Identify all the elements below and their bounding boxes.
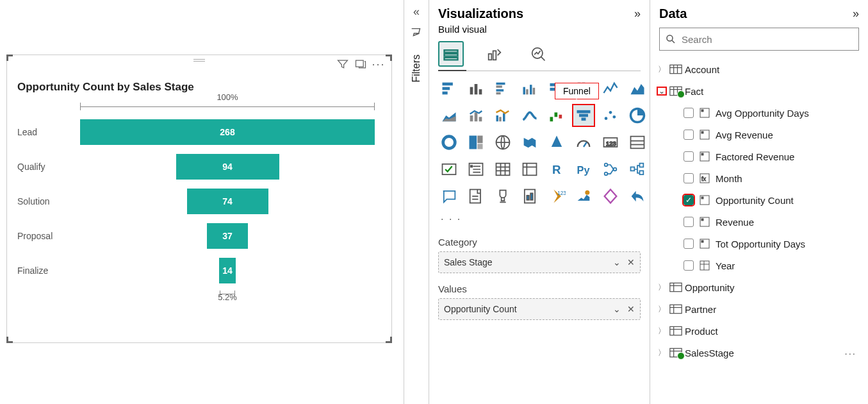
goals-icon[interactable] (492, 185, 514, 207)
svg-rect-71 (631, 167, 635, 171)
checkbox[interactable] (684, 260, 694, 271)
r-visual-icon[interactable]: R (546, 158, 568, 180)
matrix-icon[interactable] (519, 158, 541, 180)
funnel-visual-frame[interactable]: ··· Opportunity Count by Sales Stage 100… (6, 55, 392, 343)
filled-map-icon[interactable] (519, 131, 541, 153)
bar-3[interactable]: 37 (207, 223, 248, 249)
stacked-area-icon[interactable] (438, 105, 460, 126)
line-chart-icon[interactable] (600, 78, 621, 99)
field-factored-revenue[interactable]: Factored Revenue (657, 146, 862, 167)
svg-rect-77 (525, 190, 535, 203)
field-month[interactable]: fxMonth (657, 167, 862, 189)
format-visual-tab[interactable] (482, 41, 507, 67)
values-chevron-icon[interactable]: ⌄ (613, 304, 621, 314)
svg-rect-34 (503, 114, 505, 122)
line-clustered-column-icon[interactable] (492, 105, 514, 126)
field-year[interactable]: Year (657, 255, 862, 276)
category-well[interactable]: Sales Stage ⌄✕ (438, 251, 641, 273)
expand-filters-icon[interactable]: « (413, 5, 420, 19)
gauge-icon[interactable] (573, 131, 594, 153)
field-revenue[interactable]: Revenue (657, 211, 862, 233)
waterfall-icon[interactable] (546, 105, 568, 126)
kpi-icon[interactable] (438, 158, 460, 180)
resize-handle-tl[interactable] (6, 55, 14, 62)
checkbox[interactable] (684, 173, 694, 183)
stacked-column-icon[interactable] (465, 78, 487, 99)
values-well[interactable]: Opportunity Count ⌄✕ (438, 298, 641, 320)
checkbox[interactable] (684, 130, 694, 140)
checkbox-checked[interactable]: ✓ (684, 195, 694, 205)
build-visual-tab[interactable] (438, 41, 464, 67)
collapse-data-icon[interactable]: » (853, 7, 859, 21)
resize-handle-bl[interactable] (6, 335, 14, 343)
focus-mode-icon[interactable] (354, 58, 367, 71)
area-chart-icon[interactable] (626, 78, 648, 99)
field-tot-opp-days[interactable]: Tot Opportunity Days (657, 233, 862, 255)
python-visual-icon[interactable]: Py (573, 158, 594, 180)
salesstage-more-icon[interactable]: ··· (844, 348, 862, 358)
checkbox[interactable] (684, 217, 694, 227)
treemap-icon[interactable] (465, 131, 487, 153)
line-stacked-column-icon[interactable] (465, 105, 487, 126)
table-salesstage[interactable]: 〉SalesStage··· (657, 342, 862, 364)
arcgis-icon[interactable] (573, 185, 594, 207)
svg-rect-100 (701, 197, 703, 199)
category-remove-icon[interactable]: ✕ (627, 257, 635, 267)
bar-2[interactable]: 74 (187, 189, 268, 214)
field-avg-opp-days[interactable]: Avg Opportunity Days (657, 102, 862, 124)
table-account[interactable]: 〉Account (657, 58, 862, 80)
search-input[interactable] (680, 33, 853, 46)
funnel-chart-icon[interactable]: Funnel (573, 105, 594, 126)
paginated-report-icon[interactable] (519, 185, 541, 207)
more-options-icon[interactable]: ··· (372, 58, 385, 71)
multirow-card-icon[interactable] (626, 131, 648, 153)
clustered-column-icon[interactable] (519, 78, 541, 99)
resize-handle-br[interactable] (384, 335, 392, 343)
svg-rect-111 (670, 305, 682, 313)
get-more-visuals-icon[interactable] (626, 185, 648, 207)
card-icon[interactable]: 123 (600, 131, 621, 153)
category-chevron-icon[interactable]: ⌄ (613, 257, 621, 267)
slicer-icon[interactable] (465, 158, 487, 180)
bar-0[interactable]: 268 (80, 119, 375, 145)
donut-icon[interactable] (438, 131, 460, 153)
filters-pane-collapsed: « Filters (404, 0, 429, 404)
pie-icon[interactable] (626, 105, 648, 126)
power-automate-icon[interactable]: 123 (546, 185, 568, 207)
svg-rect-31 (479, 117, 482, 121)
table-partner[interactable]: 〉Partner (657, 298, 862, 320)
ribbon-chart-icon[interactable] (519, 105, 541, 126)
resize-handle-tr[interactable] (384, 55, 392, 62)
clustered-bar-icon[interactable] (492, 78, 514, 99)
azure-map-icon[interactable] (546, 131, 568, 153)
key-influencers-icon[interactable] (600, 158, 621, 180)
table-icon[interactable] (492, 158, 514, 180)
smart-narrative-icon[interactable] (465, 185, 487, 207)
analytics-tab[interactable] (525, 41, 551, 67)
filters-label[interactable]: Filters (411, 55, 422, 83)
drag-handle[interactable] (193, 58, 205, 62)
report-canvas[interactable]: ··· Opportunity Count by Sales Stage 100… (0, 0, 404, 404)
table-opportunity[interactable]: 〉Opportunity (657, 276, 862, 298)
search-box[interactable] (659, 28, 859, 51)
field-opportunity-count[interactable]: ✓Opportunity Count (657, 189, 862, 211)
filter-icon[interactable] (336, 58, 349, 71)
checkbox[interactable] (684, 108, 694, 118)
power-apps-icon[interactable] (600, 185, 621, 207)
bar-1[interactable]: 94 (176, 154, 279, 180)
checkbox[interactable] (684, 151, 694, 162)
bookmark-icon[interactable] (409, 26, 423, 43)
scatter-icon[interactable] (600, 105, 621, 126)
map-icon[interactable] (492, 131, 514, 153)
field-avg-revenue[interactable]: Avg Revenue (657, 124, 862, 146)
decomposition-tree-icon[interactable] (626, 158, 648, 180)
qna-icon[interactable] (438, 185, 460, 207)
values-remove-icon[interactable]: ✕ (627, 304, 635, 314)
table-fact[interactable]: ⌄Fact (657, 80, 862, 102)
checkbox[interactable] (684, 239, 694, 249)
bar-4[interactable]: 14 (219, 258, 236, 283)
viz-more-icon[interactable]: · · · (429, 212, 650, 231)
collapse-viz-icon[interactable]: » (634, 7, 641, 21)
stacked-bar-icon[interactable] (438, 78, 460, 99)
table-product[interactable]: 〉Product (657, 320, 862, 342)
